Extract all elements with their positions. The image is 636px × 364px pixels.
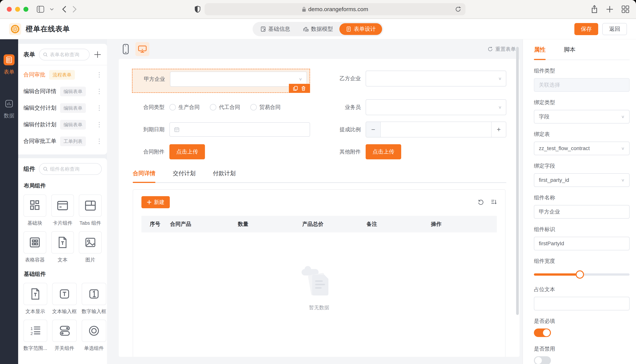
component-card-text-display[interactable]: 文本显示 [24, 283, 47, 315]
chevron-down-icon[interactable] [50, 8, 54, 10]
back-icon[interactable] [62, 6, 67, 13]
field-label: 合同类型 [132, 104, 164, 111]
stepper-value-input[interactable] [381, 122, 491, 137]
slider-handle[interactable] [576, 270, 584, 279]
field-due-date[interactable]: 到期日期 [132, 122, 310, 138]
forms-panel-title: 表单 [24, 50, 35, 58]
form-menu-icon[interactable]: ⋮ [96, 139, 102, 143]
back-button[interactable]: 返回 [602, 23, 627, 35]
bind-type-select[interactable]: 字段 ∨ [534, 110, 629, 124]
upload-other-attachment-button[interactable]: 点击上传 [366, 144, 401, 159]
search-icon [43, 52, 48, 57]
prop-component-type: 组件类型 关联选择 [534, 67, 629, 92]
form-list-item[interactable]: 合同审批工单 工单列表 ⋮ [24, 133, 102, 150]
placeholder-text-input[interactable] [539, 300, 625, 306]
reset-form-button[interactable]: 重置表单 [487, 46, 516, 52]
radio-dot [169, 104, 176, 110]
form-list-item[interactable]: 编辑付款计划 编辑表单 ⋮ [24, 116, 102, 133]
component-name-input[interactable] [539, 209, 625, 215]
width-slider[interactable] [534, 270, 629, 279]
component-card-radio[interactable]: 单选组件 [82, 320, 106, 352]
share-icon[interactable] [591, 5, 598, 14]
field-salesman[interactable]: 业务员 ∨ [328, 99, 506, 115]
form-search[interactable] [39, 49, 90, 60]
delete-icon[interactable] [301, 86, 306, 91]
mobile-preview-button[interactable] [119, 42, 133, 56]
first-party-select[interactable]: ∨ [170, 72, 307, 87]
add-form-button[interactable] [93, 50, 102, 59]
form-list-item[interactable]: 编辑合同详情 编辑表单 ⋮ [24, 83, 102, 100]
desktop-preview-button[interactable] [135, 42, 149, 56]
form-menu-icon[interactable]: ⋮ [96, 122, 102, 126]
undo-icon[interactable] [478, 198, 484, 206]
component-card-table-container[interactable]: 表格容器 [24, 231, 46, 263]
close-window-button[interactable] [7, 7, 12, 12]
new-tab-icon[interactable] [606, 6, 613, 13]
field-second-party[interactable]: 乙方企业 ∨ [328, 69, 506, 86]
chevron-down-icon: ∨ [299, 77, 302, 82]
field-first-party[interactable]: 甲方企业 ∨ [132, 69, 310, 93]
component-search[interactable] [39, 163, 102, 175]
required-toggle[interactable] [534, 328, 551, 337]
component-card-switch[interactable]: 开关组件 [52, 320, 77, 352]
tab-script[interactable]: 脚本 [564, 46, 575, 60]
second-party-select[interactable]: ∨ [366, 70, 506, 86]
component-card-image[interactable]: 图片 [79, 231, 102, 263]
form-type-badge: 编辑表单 [60, 103, 86, 113]
form-menu-icon[interactable]: ⋮ [96, 89, 102, 93]
form-menu-icon[interactable]: ⋮ [96, 73, 102, 77]
form-list-item[interactable]: 合同审批 流程表单 ⋮ [24, 66, 102, 83]
save-button[interactable]: 保存 [574, 23, 598, 35]
canvas-scrollbar[interactable] [516, 47, 519, 315]
component-search-input[interactable] [50, 166, 98, 172]
bind-field-select[interactable]: first_party_id ∨ [534, 173, 629, 187]
tab-properties[interactable]: 属性 [534, 46, 546, 60]
component-card-basic-block[interactable]: 基础块 [24, 194, 46, 226]
radio-dot [210, 104, 216, 110]
component-card-number-input[interactable]: 数字输入框 [82, 283, 106, 315]
stepper-increase-button[interactable]: + [491, 122, 506, 137]
browser-chrome: demo.orangeforms.com [0, 0, 636, 19]
form-list-item[interactable]: 编辑交付计划 编辑表单 ⋮ [24, 100, 102, 116]
due-date-input[interactable] [169, 122, 310, 137]
component-key-input[interactable] [539, 240, 625, 246]
new-row-button[interactable]: 新建 [141, 196, 170, 208]
zoom-window-button[interactable] [24, 7, 28, 12]
disabled-toggle[interactable] [534, 356, 551, 364]
salesman-select[interactable]: ∨ [366, 99, 506, 115]
upload-contract-attachment-button[interactable]: 点击上传 [169, 144, 205, 159]
tab-payment-plan[interactable]: 付款计划 [213, 170, 236, 183]
shield-icon[interactable] [195, 6, 200, 13]
component-card-text-input[interactable]: 文本输入框 [52, 283, 77, 315]
form-search-input[interactable] [50, 52, 85, 58]
sort-icon[interactable] [490, 198, 497, 206]
component-type-input: 关联选择 [534, 78, 629, 92]
tab-contract-detail[interactable]: 合同详情 [133, 170, 155, 183]
minimize-window-button[interactable] [15, 7, 20, 12]
radio-oem-contract[interactable]: 代工合同 [210, 104, 240, 111]
tab-data-model[interactable]: 数据模型 [297, 23, 339, 35]
tab-basic-info[interactable]: 基础信息 [254, 23, 297, 35]
radio-dot [250, 104, 257, 110]
copy-icon[interactable] [293, 86, 298, 91]
forward-icon[interactable] [72, 6, 77, 13]
component-card-tabs[interactable]: Tabs 组件 [79, 194, 102, 226]
reload-icon[interactable] [455, 6, 461, 13]
tab-form-design[interactable]: 表单设计 [339, 23, 382, 35]
radio-trade-contract[interactable]: 贸易合同 [250, 104, 281, 111]
rail-item-forms[interactable]: 表单 [4, 54, 15, 76]
bind-table-select[interactable]: zz_test_flow_contract ∨ [534, 142, 629, 155]
rail-item-data[interactable]: 数据 [4, 98, 15, 119]
form-menu-icon[interactable]: ⋮ [96, 106, 102, 110]
component-card-number-range[interactable]: 12 数字范围... [24, 320, 47, 352]
field-commission[interactable]: 提成比例 − + [328, 122, 506, 138]
component-card-card[interactable]: 卡片组件 [51, 194, 74, 226]
component-card-text[interactable]: 文本 [51, 231, 74, 263]
form-name: 合同审批工单 [24, 138, 56, 145]
tab-overview-icon[interactable] [622, 6, 629, 13]
sidebar-icon[interactable] [37, 6, 44, 13]
stepper-decrease-button[interactable]: − [366, 122, 381, 137]
tab-delivery-plan[interactable]: 交付计划 [173, 170, 195, 183]
radio-production-contract[interactable]: 生产合同 [169, 104, 200, 111]
address-bar[interactable]: demo.orangeforms.com [204, 3, 466, 15]
